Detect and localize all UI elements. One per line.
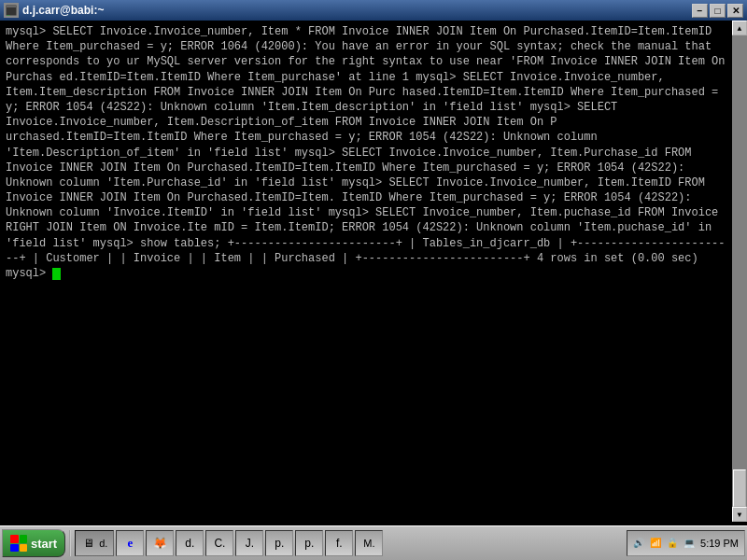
title-bar: _ d.j.carr@babi:~ − □ ✕ xyxy=(0,0,747,21)
window-controls: − □ ✕ xyxy=(692,4,743,18)
terminal-content[interactable]: mysql> SELECT Invoice.Invoice_number, It… xyxy=(0,21,732,522)
taskbar-item-app5[interactable]: p. xyxy=(295,530,323,556)
scroll-track[interactable] xyxy=(732,35,747,507)
cursor xyxy=(52,268,61,280)
terminal-wrapper: mysql> SELECT Invoice.Invoice_number, It… xyxy=(0,21,747,522)
app6-icon: f. xyxy=(331,536,346,551)
tray-icon-2: 📶 xyxy=(648,536,663,551)
scrollbar[interactable]: ▲ ▼ xyxy=(732,21,747,522)
start-button[interactable]: start xyxy=(2,529,65,557)
app1-icon: d. xyxy=(182,536,197,551)
tray-icon-3: 🔒 xyxy=(665,536,680,551)
svg-text:_: _ xyxy=(7,8,10,16)
title-bar-left: _ d.j.carr@babi:~ xyxy=(4,3,104,18)
app2-icon: C. xyxy=(212,536,227,551)
terminal-output: mysql> SELECT Invoice.Invoice_number, It… xyxy=(6,25,726,280)
taskbar-divider xyxy=(69,530,71,556)
minimize-button[interactable]: − xyxy=(692,4,708,18)
tray-icon-1: 🔊 xyxy=(631,536,646,551)
windows-logo xyxy=(10,535,27,552)
taskbar-item-app6[interactable]: f. xyxy=(325,530,353,556)
taskbar-item-app4[interactable]: p. xyxy=(265,530,293,556)
app-icon: _ xyxy=(4,3,19,18)
app5-icon: p. xyxy=(302,536,317,551)
maximize-button[interactable]: □ xyxy=(710,4,726,18)
taskbar: start 🖥 d. e 🦊 d. C. J. p. p. f. xyxy=(0,525,747,560)
taskbar-item-app7[interactable]: M. xyxy=(355,530,383,556)
start-label: start xyxy=(31,537,57,551)
taskbar-items: 🖥 d. e 🦊 d. C. J. p. p. f. M. xyxy=(75,530,625,556)
taskbar-item-app1[interactable]: d. xyxy=(176,530,204,556)
ie-icon: e xyxy=(122,536,137,551)
scroll-up-button[interactable]: ▲ xyxy=(732,21,747,35)
scroll-down-button[interactable]: ▼ xyxy=(732,507,747,522)
app3-icon: J. xyxy=(242,536,257,551)
system-tray: 🔊 📶 🔒 💻 5:19 PM xyxy=(627,530,745,556)
taskbar-item-ie[interactable]: e xyxy=(116,530,144,556)
tray-icon-4: 💻 xyxy=(682,536,697,551)
close-button[interactable]: ✕ xyxy=(727,4,743,18)
terminal-icon: 🖥 xyxy=(81,536,96,551)
taskbar-item-label: d. xyxy=(99,538,107,549)
taskbar-item-app2[interactable]: C. xyxy=(205,530,233,556)
taskbar-item-terminal[interactable]: 🖥 d. xyxy=(75,530,114,556)
firefox-icon: 🦊 xyxy=(152,536,167,551)
window-title: d.j.carr@babi:~ xyxy=(22,4,104,17)
system-clock: 5:19 PM xyxy=(698,538,740,549)
scroll-thumb[interactable] xyxy=(733,469,746,507)
taskbar-item-firefox[interactable]: 🦊 xyxy=(146,530,174,556)
taskbar-item-app3[interactable]: J. xyxy=(235,530,263,556)
app4-icon: p. xyxy=(272,536,287,551)
app7-icon: M. xyxy=(361,536,376,551)
svg-rect-1 xyxy=(7,6,16,7)
